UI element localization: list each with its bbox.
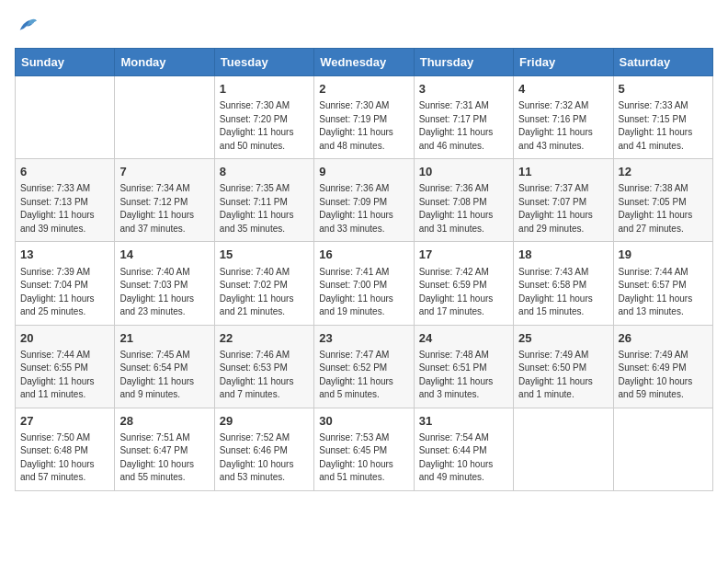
calendar-cell: 7Sunrise: 7:34 AM Sunset: 7:12 PM Daylig…	[115, 159, 214, 242]
calendar-week-row: 13Sunrise: 7:39 AM Sunset: 7:04 PM Dayli…	[16, 242, 713, 325]
day-info: Sunrise: 7:45 AM Sunset: 6:54 PM Dayligh…	[119, 349, 209, 402]
day-number: 28	[119, 413, 209, 430]
day-info: Sunrise: 7:44 AM Sunset: 6:55 PM Dayligh…	[20, 349, 109, 402]
day-number: 21	[119, 330, 209, 347]
day-number: 11	[518, 164, 608, 180]
day-number: 15	[220, 247, 309, 263]
calendar-cell: 23Sunrise: 7:47 AM Sunset: 6:52 PM Dayli…	[314, 325, 414, 408]
calendar-body: 1Sunrise: 7:30 AM Sunset: 7:20 PM Daylig…	[16, 76, 713, 491]
day-number: 5	[619, 81, 708, 98]
day-info: Sunrise: 7:34 AM Sunset: 7:12 PM Dayligh…	[119, 182, 209, 236]
calendar-table: SundayMondayTuesdayWednesdayThursdayFrid…	[15, 48, 713, 491]
calendar-cell	[514, 408, 613, 490]
calendar-cell: 28Sunrise: 7:51 AM Sunset: 6:47 PM Dayli…	[115, 408, 214, 490]
day-number: 18	[518, 247, 608, 263]
day-info: Sunrise: 7:32 AM Sunset: 7:16 PM Dayligh…	[518, 99, 608, 153]
day-info: Sunrise: 7:54 AM Sunset: 6:44 PM Dayligh…	[419, 431, 508, 485]
logo-bird-icon	[17, 17, 37, 37]
day-number: 27	[20, 413, 109, 430]
calendar-cell: 3Sunrise: 7:31 AM Sunset: 7:17 PM Daylig…	[414, 76, 513, 159]
calendar-cell: 12Sunrise: 7:38 AM Sunset: 7:05 PM Dayli…	[613, 159, 712, 242]
weekday-header-saturday: Saturday	[613, 49, 712, 76]
calendar-cell: 16Sunrise: 7:41 AM Sunset: 7:00 PM Dayli…	[314, 242, 414, 325]
calendar-cell: 18Sunrise: 7:43 AM Sunset: 6:58 PM Dayli…	[514, 242, 613, 325]
calendar-cell: 21Sunrise: 7:45 AM Sunset: 6:54 PM Dayli…	[115, 325, 214, 408]
day-number: 17	[419, 247, 508, 263]
day-number: 1	[220, 81, 309, 98]
calendar-cell: 14Sunrise: 7:40 AM Sunset: 7:03 PM Dayli…	[115, 242, 214, 325]
day-number: 20	[20, 330, 109, 347]
calendar-cell: 29Sunrise: 7:52 AM Sunset: 6:46 PM Dayli…	[214, 408, 313, 490]
weekday-header-sunday: Sunday	[16, 49, 115, 76]
day-number: 22	[220, 330, 309, 347]
calendar-cell: 8Sunrise: 7:35 AM Sunset: 7:11 PM Daylig…	[214, 159, 313, 242]
day-info: Sunrise: 7:36 AM Sunset: 7:09 PM Dayligh…	[319, 182, 408, 236]
calendar-cell: 25Sunrise: 7:49 AM Sunset: 6:50 PM Dayli…	[514, 325, 613, 408]
calendar-week-row: 6Sunrise: 7:33 AM Sunset: 7:13 PM Daylig…	[16, 159, 713, 242]
calendar-cell: 1Sunrise: 7:30 AM Sunset: 7:20 PM Daylig…	[214, 76, 313, 159]
day-number: 16	[319, 247, 408, 263]
day-number: 2	[319, 81, 408, 98]
day-info: Sunrise: 7:47 AM Sunset: 6:52 PM Dayligh…	[319, 349, 408, 402]
day-number: 23	[319, 330, 408, 347]
main-container: SundayMondayTuesdayWednesdayThursdayFrid…	[0, 0, 728, 499]
logo	[15, 15, 37, 37]
day-info: Sunrise: 7:42 AM Sunset: 6:59 PM Dayligh…	[419, 266, 508, 319]
calendar-cell: 4Sunrise: 7:32 AM Sunset: 7:16 PM Daylig…	[514, 76, 613, 159]
weekday-header-thursday: Thursday	[414, 49, 513, 76]
calendar-cell: 19Sunrise: 7:44 AM Sunset: 6:57 PM Dayli…	[613, 242, 712, 325]
day-info: Sunrise: 7:36 AM Sunset: 7:08 PM Dayligh…	[419, 182, 508, 236]
day-info: Sunrise: 7:48 AM Sunset: 6:51 PM Dayligh…	[419, 349, 508, 402]
calendar-cell: 5Sunrise: 7:33 AM Sunset: 7:15 PM Daylig…	[613, 76, 712, 159]
calendar-cell: 11Sunrise: 7:37 AM Sunset: 7:07 PM Dayli…	[514, 159, 613, 242]
calendar-cell: 30Sunrise: 7:53 AM Sunset: 6:45 PM Dayli…	[314, 408, 414, 490]
day-number: 31	[419, 413, 508, 430]
weekday-header-friday: Friday	[514, 49, 613, 76]
weekday-header-tuesday: Tuesday	[214, 49, 313, 76]
day-number: 12	[619, 164, 708, 180]
calendar-cell: 13Sunrise: 7:39 AM Sunset: 7:04 PM Dayli…	[16, 242, 115, 325]
day-info: Sunrise: 7:35 AM Sunset: 7:11 PM Dayligh…	[220, 182, 309, 236]
calendar-cell: 15Sunrise: 7:40 AM Sunset: 7:02 PM Dayli…	[214, 242, 313, 325]
calendar-cell: 10Sunrise: 7:36 AM Sunset: 7:08 PM Dayli…	[414, 159, 513, 242]
calendar-cell	[613, 408, 712, 490]
calendar-header: SundayMondayTuesdayWednesdayThursdayFrid…	[16, 49, 713, 76]
calendar-cell: 6Sunrise: 7:33 AM Sunset: 7:13 PM Daylig…	[16, 159, 115, 242]
calendar-cell	[16, 76, 115, 159]
day-number: 19	[619, 247, 708, 263]
day-info: Sunrise: 7:43 AM Sunset: 6:58 PM Dayligh…	[518, 266, 608, 319]
day-number: 4	[518, 81, 608, 98]
day-number: 9	[319, 164, 408, 180]
day-info: Sunrise: 7:44 AM Sunset: 6:57 PM Dayligh…	[619, 266, 708, 319]
calendar-cell: 9Sunrise: 7:36 AM Sunset: 7:09 PM Daylig…	[314, 159, 414, 242]
calendar-cell: 26Sunrise: 7:49 AM Sunset: 6:49 PM Dayli…	[613, 325, 712, 408]
day-info: Sunrise: 7:40 AM Sunset: 7:03 PM Dayligh…	[119, 266, 209, 319]
day-info: Sunrise: 7:49 AM Sunset: 6:50 PM Dayligh…	[518, 349, 608, 402]
weekday-header-monday: Monday	[115, 49, 214, 76]
day-number: 26	[619, 330, 708, 347]
day-number: 3	[419, 81, 508, 98]
day-info: Sunrise: 7:38 AM Sunset: 7:05 PM Dayligh…	[619, 182, 708, 236]
day-number: 24	[419, 330, 508, 347]
day-number: 29	[220, 413, 309, 430]
day-number: 25	[518, 330, 608, 347]
day-number: 13	[20, 247, 109, 263]
calendar-cell: 2Sunrise: 7:30 AM Sunset: 7:19 PM Daylig…	[314, 76, 414, 159]
day-info: Sunrise: 7:33 AM Sunset: 7:15 PM Dayligh…	[619, 99, 708, 153]
calendar-cell: 24Sunrise: 7:48 AM Sunset: 6:51 PM Dayli…	[414, 325, 513, 408]
calendar-cell	[115, 76, 214, 159]
day-info: Sunrise: 7:53 AM Sunset: 6:45 PM Dayligh…	[319, 431, 408, 485]
day-info: Sunrise: 7:52 AM Sunset: 6:46 PM Dayligh…	[220, 431, 309, 485]
calendar-cell: 22Sunrise: 7:46 AM Sunset: 6:53 PM Dayli…	[214, 325, 313, 408]
day-info: Sunrise: 7:39 AM Sunset: 7:04 PM Dayligh…	[20, 266, 109, 319]
day-info: Sunrise: 7:30 AM Sunset: 7:19 PM Dayligh…	[319, 99, 408, 153]
day-info: Sunrise: 7:49 AM Sunset: 6:49 PM Dayligh…	[619, 349, 708, 402]
day-number: 14	[119, 247, 209, 263]
day-info: Sunrise: 7:30 AM Sunset: 7:20 PM Dayligh…	[220, 99, 309, 153]
calendar-cell: 27Sunrise: 7:50 AM Sunset: 6:48 PM Dayli…	[16, 408, 115, 490]
calendar-cell: 20Sunrise: 7:44 AM Sunset: 6:55 PM Dayli…	[16, 325, 115, 408]
day-number: 6	[20, 164, 109, 180]
calendar-week-row: 1Sunrise: 7:30 AM Sunset: 7:20 PM Daylig…	[16, 76, 713, 159]
day-info: Sunrise: 7:33 AM Sunset: 7:13 PM Dayligh…	[20, 182, 109, 236]
day-info: Sunrise: 7:37 AM Sunset: 7:07 PM Dayligh…	[518, 182, 608, 236]
